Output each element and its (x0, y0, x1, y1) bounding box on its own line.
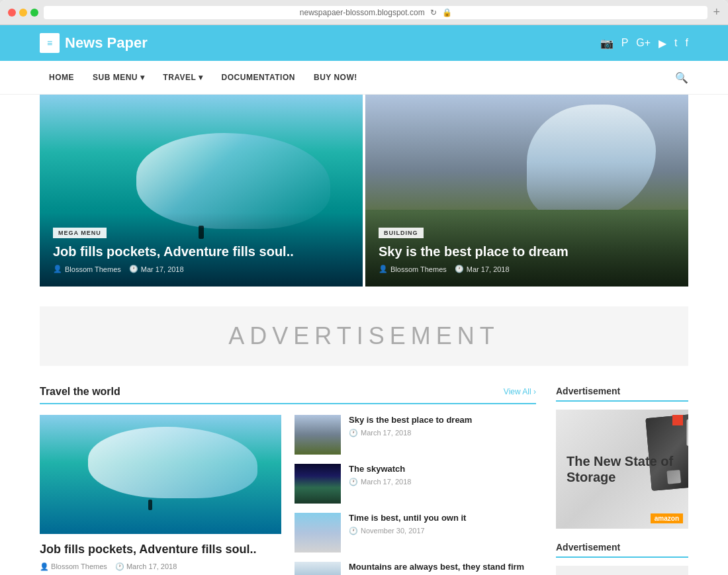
hero-section: MEGA MENU Job fills pockets, Adventure f… (40, 95, 688, 287)
address-bar[interactable]: newspapaer-blossom.blogspot.com ↻ 🔒 (44, 6, 707, 19)
hero-right-post[interactable]: BUILDING Sky is the best place to dream … (365, 95, 688, 287)
clock-icon: 🕐 (129, 265, 138, 273)
hero-left-date: 🕐 Mar 17, 2018 (129, 265, 184, 273)
nav-item-home[interactable]: HOME (40, 61, 83, 94)
hero-left-author: 👤 Blossom Themes (53, 265, 121, 273)
browser-window: newspapaer-blossom.blogspot.com ↻ 🔒 + ≡ … (0, 0, 728, 575)
clock-icon-right: 🕐 (455, 265, 464, 273)
header-social: 📷 P G+ ▶ t f (600, 37, 688, 50)
hero-right-date: 🕐 Mar 17, 2018 (455, 265, 510, 273)
featured-post-meta: 👤 Blossom Themes 🕐 March 17, 2018 (40, 562, 281, 571)
side-post-1-image (295, 415, 341, 455)
side-post-3-date: 🕐 November 30, 2017 (349, 527, 536, 535)
logo-icon: ≡ (40, 33, 60, 53)
widget-2-title: Advertisement (556, 542, 688, 558)
browser-actions: + (713, 5, 720, 19)
sidebar-widget-1: Advertisement The New State of Storage (556, 386, 688, 529)
side-post-1-date: 🕐 March 17, 2018 (349, 429, 536, 437)
hero-left-overlay: MEGA MENU Job fills pockets, Adventure f… (40, 212, 363, 287)
list-item[interactable]: Time is best, until you own it 🕐 Novembe… (295, 513, 536, 553)
hero-right-author: 👤 Blossom Themes (379, 265, 447, 273)
hero-left-title: Job fills pockets, Adventure fills soul.… (53, 243, 349, 259)
nav-menu: HOME SUB MENU ▾ TRAVEL ▾ DOCUMENTATION B… (40, 61, 367, 94)
instagram-icon[interactable]: 📷 (600, 37, 614, 50)
side-posts-list: Sky is the best place to dream 🕐 March 1… (295, 415, 536, 575)
side-post-2-date: 🕐 March 17, 2018 (349, 478, 536, 486)
url-text: newspapaer-blossom.blogspot.com (300, 8, 425, 17)
hero-left-tag: MEGA MENU (53, 228, 107, 238)
hero-right-title: Sky is the best place to dream (379, 243, 675, 259)
travel-section: Travel the world View All › Job fills p (40, 386, 536, 575)
list-item[interactable]: The skywatch 🕐 March 17, 2018 (295, 464, 536, 504)
amazon-brand: amazon (651, 513, 683, 523)
side-post-1-title[interactable]: Sky is the best place to dream (349, 415, 536, 426)
section-title: Travel the world (40, 386, 120, 398)
ad-widget-2[interactable]: ADVERT (556, 566, 688, 575)
google-plus-icon[interactable]: G+ (636, 37, 651, 50)
twitter-icon[interactable]: t (674, 37, 677, 50)
side-post-4-title[interactable]: Mountains are always best, they stand fi… (349, 562, 536, 575)
side-post-1-info: Sky is the best place to dream 🕐 March 1… (349, 415, 536, 437)
featured-post-image (40, 415, 281, 534)
site-name: News Paper (65, 34, 148, 52)
minimize-dot[interactable] (19, 9, 27, 17)
sidebar: Advertisement The New State of Storage (556, 386, 688, 575)
refresh-icon[interactable]: ↻ (430, 8, 437, 17)
hero-left-post[interactable]: MEGA MENU Job fills pockets, Adventure f… (40, 95, 363, 287)
logo-symbol: ≡ (47, 38, 52, 48)
bottom-section: Travel the world View All › Job fills p (0, 386, 728, 575)
ad-widget-1[interactable]: The New State of Storage amazon (556, 410, 688, 529)
close-dot[interactable] (8, 9, 16, 17)
hero-right-overlay: BUILDING Sky is the best place to dream … (365, 212, 688, 287)
advertisement-text: ADVERTISEMENT (228, 322, 499, 350)
youtube-icon[interactable]: ▶ (659, 37, 666, 50)
featured-post[interactable]: Job fills pockets, Adventure fills soul.… (40, 415, 281, 575)
list-item[interactable]: Sky is the best place to dream 🕐 March 1… (295, 415, 536, 455)
view-all-link[interactable]: View All › (504, 387, 536, 396)
hero-right-meta: 👤 Blossom Themes 🕐 Mar 17, 2018 (379, 265, 675, 273)
site-logo[interactable]: ≡ News Paper (40, 33, 148, 53)
sidebar-widget-2: Advertisement ADVERT (556, 542, 688, 575)
ad-widget-1-text: The New State of Storage (567, 453, 678, 485)
nav-item-documentation[interactable]: DOCUMENTATION (212, 61, 304, 94)
nav-item-travel[interactable]: TRAVEL ▾ (154, 61, 212, 94)
clock-icon-s1: 🕐 (349, 429, 358, 437)
lock-icon: 🔒 (442, 8, 452, 17)
maximize-dot[interactable] (30, 9, 38, 17)
side-post-3-title[interactable]: Time is best, until you own it (349, 513, 536, 524)
site-header: ≡ News Paper 📷 P G+ ▶ t f (0, 25, 728, 61)
nav-item-buynow[interactable]: BUY NOW! (304, 61, 367, 94)
facebook-icon[interactable]: f (686, 37, 688, 50)
ad-widget-1-inner: The New State of Storage amazon (556, 410, 688, 529)
side-post-4-image (295, 562, 341, 575)
new-tab-button[interactable]: + (713, 5, 720, 19)
browser-dots (8, 9, 38, 17)
clock-icon-s3: 🕐 (349, 527, 358, 535)
side-post-3-image (295, 513, 341, 553)
featured-date: 🕐 March 17, 2018 (115, 562, 177, 571)
travel-content: Job fills pockets, Adventure fills soul.… (40, 415, 536, 575)
hero-right-tag: BUILDING (379, 228, 424, 238)
featured-post-title: Job fills pockets, Adventure fills soul.… (40, 542, 281, 557)
featured-author: 👤 Blossom Themes (40, 562, 107, 571)
section-header: Travel the world View All › (40, 386, 536, 404)
clock-icon-s2: 🕐 (349, 478, 358, 486)
side-post-2-title[interactable]: The skywatch (349, 464, 536, 475)
search-icon[interactable]: 🔍 (675, 71, 688, 84)
site-nav: HOME SUB MENU ▾ TRAVEL ▾ DOCUMENTATION B… (0, 61, 728, 95)
clock-icon-feat: 🕐 (115, 562, 124, 570)
pinterest-icon[interactable]: P (621, 37, 629, 50)
side-post-2-info: The skywatch 🕐 March 17, 2018 (349, 464, 536, 486)
side-post-2-image (295, 464, 341, 504)
browser-chrome: newspapaer-blossom.blogspot.com ↻ 🔒 + (0, 0, 728, 25)
advertisement-banner: ADVERTISEMENT (40, 306, 688, 366)
author-icon: 👤 (53, 265, 62, 273)
widget-1-title: Advertisement (556, 386, 688, 402)
site-content: ≡ News Paper 📷 P G+ ▶ t f HOME SUB MENU … (0, 25, 728, 575)
side-post-3-info: Time is best, until you own it 🕐 Novembe… (349, 513, 536, 535)
hero-left-meta: 👤 Blossom Themes 🕐 Mar 17, 2018 (53, 265, 349, 273)
side-post-4-info: Mountains are always best, they stand fi… (349, 562, 536, 575)
author-icon-feat: 👤 (40, 562, 49, 570)
nav-item-submenu[interactable]: SUB MENU ▾ (83, 61, 154, 94)
list-item[interactable]: Mountains are always best, they stand fi… (295, 562, 536, 575)
